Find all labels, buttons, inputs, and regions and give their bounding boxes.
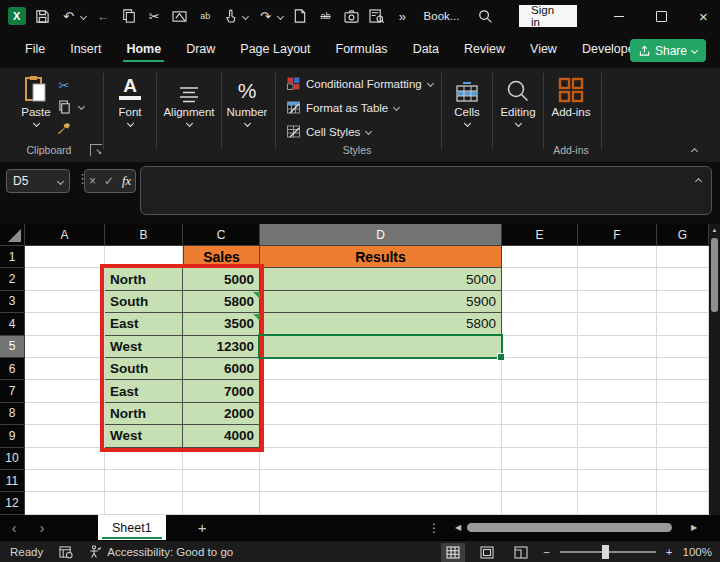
cell-B5[interactable]: West bbox=[105, 336, 183, 358]
tab-formulas[interactable]: Formulas bbox=[335, 38, 389, 62]
tab-view[interactable]: View bbox=[529, 38, 558, 62]
cell-B1[interactable] bbox=[105, 246, 183, 268]
cell-D10[interactable] bbox=[260, 448, 502, 470]
signin-button[interactable]: Sign in bbox=[519, 5, 577, 27]
page-layout-view-button[interactable] bbox=[475, 543, 499, 562]
enter-button[interactable]: ✓ bbox=[104, 174, 114, 188]
strikethrough-button[interactable]: ab bbox=[317, 8, 334, 25]
select-all-button[interactable] bbox=[0, 224, 25, 246]
cell-C12[interactable] bbox=[183, 492, 260, 514]
format-painter-button[interactable] bbox=[55, 120, 73, 138]
next-sheet-button[interactable]: › bbox=[28, 520, 56, 536]
cell-A3[interactable] bbox=[25, 291, 105, 313]
cell-E9[interactable] bbox=[502, 425, 578, 447]
cell-C4[interactable]: 3500 bbox=[183, 313, 260, 335]
cell-C8[interactable]: 2000 bbox=[183, 403, 260, 425]
cell-D7[interactable] bbox=[260, 380, 502, 402]
editing-button[interactable]: Editing bbox=[494, 73, 542, 126]
formula-input[interactable] bbox=[140, 166, 712, 215]
number-group-button[interactable]: % Number bbox=[224, 73, 270, 126]
sheet-tab-sheet1[interactable]: Sheet1 bbox=[98, 515, 166, 540]
cell-C5[interactable]: 12300 bbox=[183, 336, 260, 358]
cell-F6[interactable] bbox=[578, 358, 657, 380]
cell-E1[interactable] bbox=[502, 246, 578, 268]
minimize-button[interactable] bbox=[602, 1, 635, 31]
cell-A9[interactable] bbox=[25, 425, 105, 447]
fill-handle[interactable] bbox=[497, 353, 505, 361]
tab-data[interactable]: Data bbox=[412, 38, 440, 62]
column-header-A[interactable]: A bbox=[25, 224, 105, 246]
scroll-right-icon[interactable]: ▶ bbox=[688, 523, 700, 532]
cell-G4[interactable] bbox=[657, 313, 709, 335]
row-header-8[interactable]: 8 bbox=[0, 403, 25, 425]
toolbar-overflow-button[interactable]: » bbox=[394, 8, 411, 25]
format-as-table-button[interactable]: Format as Table bbox=[287, 101, 399, 114]
cell-F8[interactable] bbox=[578, 403, 657, 425]
cell-B10[interactable] bbox=[105, 448, 183, 470]
row-header-6[interactable]: 6 bbox=[0, 358, 25, 380]
cell-A6[interactable] bbox=[25, 358, 105, 380]
paste-options-dropdown-icon[interactable] bbox=[78, 103, 85, 110]
cell-G2[interactable] bbox=[657, 268, 709, 290]
cell-E6[interactable] bbox=[502, 358, 578, 380]
macro-record-button[interactable] bbox=[59, 546, 73, 559]
accessibility-status[interactable]: Accessibility: Good to go bbox=[89, 545, 233, 559]
cell-B9[interactable]: West bbox=[105, 425, 183, 447]
maximize-button[interactable] bbox=[645, 1, 678, 31]
cell-D4[interactable]: 5800 bbox=[260, 313, 502, 335]
tab-page-layout[interactable]: Page Layout bbox=[239, 38, 311, 62]
clipboard-dialog-launcher[interactable]: ↘ bbox=[90, 144, 102, 156]
formula-bar-expand-icon[interactable] bbox=[695, 178, 702, 185]
scroll-left-icon[interactable]: ◀ bbox=[452, 523, 464, 532]
cell-E4[interactable] bbox=[502, 313, 578, 335]
column-header-G[interactable]: G bbox=[657, 224, 709, 246]
name-box-dropdown-icon[interactable] bbox=[57, 177, 64, 184]
cell-A10[interactable] bbox=[25, 448, 105, 470]
sheet-options-icon[interactable]: ⋮ bbox=[428, 521, 440, 535]
cancel-button[interactable]: × bbox=[89, 174, 96, 188]
cell-C6[interactable]: 6000 bbox=[183, 358, 260, 380]
zoom-slider-thumb[interactable] bbox=[602, 545, 609, 559]
normal-view-button[interactable] bbox=[441, 543, 465, 562]
add-sheet-button[interactable]: + bbox=[198, 519, 207, 536]
zoom-out-button[interactable]: − bbox=[543, 546, 550, 558]
cell-E12[interactable] bbox=[502, 492, 578, 514]
cell-G6[interactable] bbox=[657, 358, 709, 380]
cell-F2[interactable] bbox=[578, 268, 657, 290]
form-button[interactable] bbox=[368, 8, 385, 25]
tab-draw[interactable]: Draw bbox=[185, 38, 216, 62]
page-break-view-button[interactable] bbox=[509, 543, 533, 562]
camera-button[interactable] bbox=[343, 8, 360, 25]
cell-A8[interactable] bbox=[25, 403, 105, 425]
cell-D11[interactable] bbox=[260, 470, 502, 492]
row-header-10[interactable]: 10 bbox=[0, 448, 25, 470]
touch-mode-dropdown-icon[interactable] bbox=[242, 12, 249, 19]
row-header-5[interactable]: 5 bbox=[0, 336, 25, 358]
cell-G12[interactable] bbox=[657, 492, 709, 514]
cell-E10[interactable] bbox=[502, 448, 578, 470]
column-header-D[interactable]: D bbox=[260, 224, 502, 246]
cell-F9[interactable] bbox=[578, 425, 657, 447]
save-button[interactable] bbox=[35, 8, 52, 25]
cell-F12[interactable] bbox=[578, 492, 657, 514]
cell-D9[interactable] bbox=[260, 425, 502, 447]
cell-G5[interactable] bbox=[657, 336, 709, 358]
cell-F3[interactable] bbox=[578, 291, 657, 313]
undo-dropdown-icon[interactable] bbox=[80, 12, 87, 19]
copy-button-ribbon[interactable] bbox=[55, 98, 73, 116]
cell-C3[interactable]: 5800 bbox=[183, 291, 260, 313]
row-header-9[interactable]: 9 bbox=[0, 425, 25, 447]
cell-D3[interactable]: 5900 bbox=[260, 291, 502, 313]
close-button[interactable]: × bbox=[687, 1, 720, 31]
cell-A12[interactable] bbox=[25, 492, 105, 514]
cell-G9[interactable] bbox=[657, 425, 709, 447]
cell-G11[interactable] bbox=[657, 470, 709, 492]
row-header-7[interactable]: 7 bbox=[0, 380, 25, 402]
cell-D12[interactable] bbox=[260, 492, 502, 514]
redo-button[interactable]: ↷ bbox=[257, 8, 274, 25]
find-replace-button[interactable]: ab bbox=[197, 8, 214, 25]
cell-C9[interactable]: 4000 bbox=[183, 425, 260, 447]
column-header-F[interactable]: F bbox=[578, 224, 657, 246]
cell-A4[interactable] bbox=[25, 313, 105, 335]
name-box[interactable]: D5 bbox=[6, 169, 70, 193]
